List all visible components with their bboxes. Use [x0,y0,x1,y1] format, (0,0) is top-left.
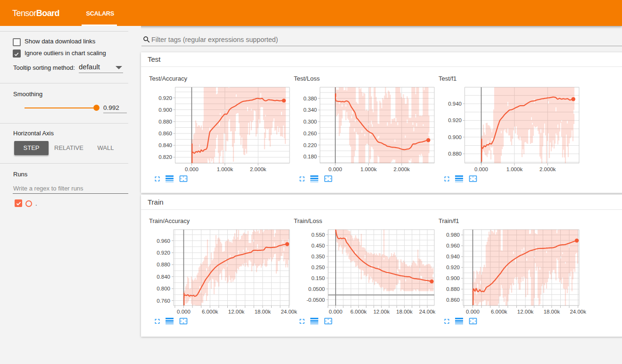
svg-text:6.000k: 6.000k [202,309,218,314]
svg-text:1.000k: 1.000k [506,166,523,172]
svg-text:0.960: 0.960 [446,243,460,248]
svg-text:0.550: 0.550 [311,232,325,238]
svg-text:0.000: 0.000 [177,309,191,314]
svg-text:0.840: 0.840 [157,274,170,280]
svg-text:0.880: 0.880 [158,119,172,124]
svg-text:0.180: 0.180 [303,154,317,159]
svg-text:0.380: 0.380 [303,96,317,101]
svg-text:0.000: 0.000 [329,166,342,172]
svg-text:0.860: 0.860 [446,297,460,303]
svg-text:0.000: 0.000 [474,166,488,172]
svg-text:0.900: 0.900 [158,107,172,113]
svg-text:2.000k: 2.000k [539,166,556,172]
svg-text:0.880: 0.880 [446,286,460,292]
svg-text:0.760: 0.760 [157,298,170,304]
svg-text:6.000k: 6.000k [350,309,367,314]
svg-text:0.220: 0.220 [303,142,317,148]
svg-text:0.980: 0.980 [446,232,460,238]
svg-text:1.000k: 1.000k [360,166,377,172]
svg-text:0.920: 0.920 [157,250,170,256]
svg-text:0.920: 0.920 [446,265,460,270]
svg-text:1.000k: 1.000k [217,166,233,172]
svg-text:12.00k: 12.00k [228,309,245,314]
svg-text:0.840: 0.840 [158,142,172,148]
svg-text:0.940: 0.940 [448,101,462,107]
svg-text:24.00k: 24.00k [419,309,436,314]
svg-text:0.820: 0.820 [158,154,172,160]
svg-text:0.450: 0.450 [311,243,325,248]
svg-text:0.250: 0.250 [311,265,325,270]
svg-text:18.00k: 18.00k [544,309,560,314]
svg-text:0.260: 0.260 [303,131,317,136]
svg-text:0.900: 0.900 [448,134,462,140]
svg-text:0.920: 0.920 [448,117,462,123]
svg-text:2.000k: 2.000k [394,166,410,172]
svg-text:0.000: 0.000 [329,309,342,314]
svg-text:18.00k: 18.00k [255,309,271,314]
svg-text:0.350: 0.350 [311,254,325,259]
svg-text:2.000k: 2.000k [250,166,266,172]
svg-text:0.860: 0.860 [158,131,172,136]
svg-text:0.000: 0.000 [466,309,480,314]
svg-text:0.900: 0.900 [446,275,460,281]
svg-text:0.340: 0.340 [303,107,317,113]
svg-text:6.000k: 6.000k [491,309,507,314]
svg-text:0.880: 0.880 [157,262,170,267]
svg-text:0.960: 0.960 [157,238,170,244]
svg-text:12.00k: 12.00k [517,309,534,314]
svg-text:0.920: 0.920 [158,95,172,101]
svg-text:-0.0500: -0.0500 [307,297,325,303]
svg-text:0.880: 0.880 [448,151,462,157]
svg-text:18.00k: 18.00k [396,309,413,314]
svg-text:24.00k: 24.00k [570,309,586,314]
svg-text:0.940: 0.940 [446,254,460,259]
svg-text:0.300: 0.300 [303,119,317,124]
svg-text:12.00k: 12.00k [373,309,390,314]
svg-text:0.800: 0.800 [157,286,170,291]
svg-text:0.150: 0.150 [311,275,325,281]
svg-text:0.000: 0.000 [185,166,199,172]
svg-text:0.0500: 0.0500 [308,286,325,292]
